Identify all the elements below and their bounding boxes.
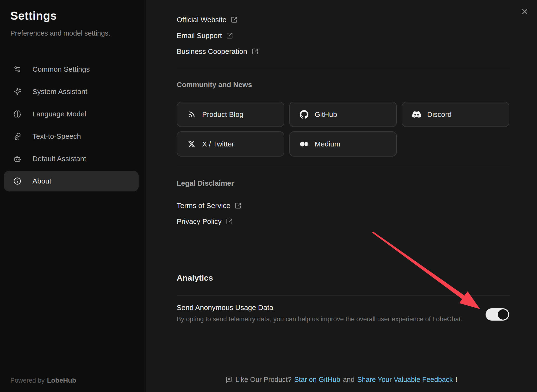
sidebar-nav: Common Settings System Assistant Languag… <box>4 59 139 193</box>
sidebar-item-text-to-speech[interactable]: Text-to-Speech <box>4 126 139 147</box>
sparkles-icon <box>13 88 21 95</box>
footer-prefix: Like Our Product? <box>235 376 292 384</box>
button-label: GitHub <box>315 110 337 119</box>
sidebar-item-label: System Assistant <box>32 88 87 96</box>
link-label: Business Cooperation <box>177 47 247 56</box>
sidebar-item-label: Language Model <box>32 110 86 118</box>
x-twitter-icon <box>187 140 196 148</box>
info-icon <box>13 177 21 185</box>
footer-conjunction: and <box>343 376 355 384</box>
star-on-github-link[interactable]: Star on GitHub <box>294 376 340 384</box>
link-label: Email Support <box>177 32 222 40</box>
external-link-icon <box>231 16 237 23</box>
external-link-icon <box>252 48 258 55</box>
discord-icon <box>412 110 421 119</box>
product-blog-button[interactable]: Product Blog <box>177 102 284 127</box>
terms-of-service-link[interactable]: Terms of Service <box>177 198 510 214</box>
link-label: Official Website <box>177 16 226 24</box>
page-title: Settings <box>10 9 57 22</box>
toggle-knob <box>498 309 508 320</box>
email-support-link[interactable]: Email Support <box>177 28 510 44</box>
sidebar-item-label: Text-to-Speech <box>32 132 81 140</box>
analytics-heading: Analytics <box>177 273 510 283</box>
sidebar: Settings Preferences and model settings.… <box>0 0 146 392</box>
divider <box>177 69 510 69</box>
discord-button[interactable]: Discord <box>402 102 509 127</box>
rss-icon <box>187 110 196 119</box>
powered-by-text: Powered by <box>10 377 45 384</box>
lobehub-brand[interactable]: LobeHub <box>47 377 76 384</box>
external-link-icon <box>226 32 233 39</box>
sidebar-item-about[interactable]: About <box>4 171 139 191</box>
divider <box>177 295 510 296</box>
medium-button[interactable]: Medium <box>289 131 397 157</box>
sidebar-item-label: About <box>32 177 51 185</box>
page-subtitle: Preferences and model settings. <box>10 29 110 37</box>
contact-heading: Contact Us <box>177 0 510 1</box>
button-label: Product Blog <box>202 110 244 119</box>
about-panel: Contact Us Official Website Email Suppor… <box>146 0 537 392</box>
share-feedback-link[interactable]: Share Your Valuable Feedback <box>357 376 453 384</box>
privacy-policy-link[interactable]: Privacy Policy <box>177 214 510 229</box>
bot-icon <box>13 155 21 163</box>
sidebar-item-label: Default Assistant <box>32 155 86 163</box>
sidebar-item-common-settings[interactable]: Common Settings <box>4 59 139 80</box>
sidebar-item-language-model[interactable]: Language Model <box>4 104 139 124</box>
message-heart-icon <box>225 376 233 383</box>
official-website-link[interactable]: Official Website <box>177 12 510 28</box>
legal-heading: Legal Disclaimer <box>177 179 510 187</box>
button-label: Medium <box>315 140 340 148</box>
settings-modal: Settings Preferences and model settings.… <box>0 0 537 392</box>
link-label: Terms of Service <box>177 202 230 210</box>
send-usage-toggle[interactable] <box>486 308 509 321</box>
sliders-icon <box>13 65 21 73</box>
community-heading: Community and News <box>177 81 510 89</box>
button-label: X / Twitter <box>202 140 234 148</box>
sidebar-item-system-assistant[interactable]: System Assistant <box>4 81 139 102</box>
divider <box>177 167 510 167</box>
mic-icon <box>13 133 21 140</box>
github-icon <box>300 110 308 119</box>
setting-title: Send Anonymous Usage Data <box>177 303 510 312</box>
github-button[interactable]: GitHub <box>289 102 397 127</box>
external-link-icon <box>235 202 241 209</box>
close-icon[interactable] <box>521 7 529 16</box>
external-link-icon <box>226 218 233 225</box>
medium-icon <box>300 140 308 148</box>
business-cooperation-link[interactable]: Business Cooperation <box>177 44 510 59</box>
send-usage-setting: Send Anonymous Usage Data By opting to s… <box>177 303 510 323</box>
setting-description: By opting to send telemetry data, you ca… <box>177 316 510 323</box>
sidebar-item-default-assistant[interactable]: Default Assistant <box>4 148 139 169</box>
brain-icon <box>13 110 21 118</box>
powered-by: Powered byLobeHub <box>10 377 76 384</box>
community-buttons: Product Blog GitHub Discord X / Twitter <box>177 102 510 157</box>
like-product-footer: Like Our Product? Star on GitHub and Sha… <box>146 376 537 384</box>
x-twitter-button[interactable]: X / Twitter <box>177 131 284 157</box>
link-label: Privacy Policy <box>177 217 222 226</box>
sidebar-item-label: Common Settings <box>32 65 90 73</box>
button-label: Discord <box>427 110 452 119</box>
footer-suffix: ! <box>456 376 457 384</box>
